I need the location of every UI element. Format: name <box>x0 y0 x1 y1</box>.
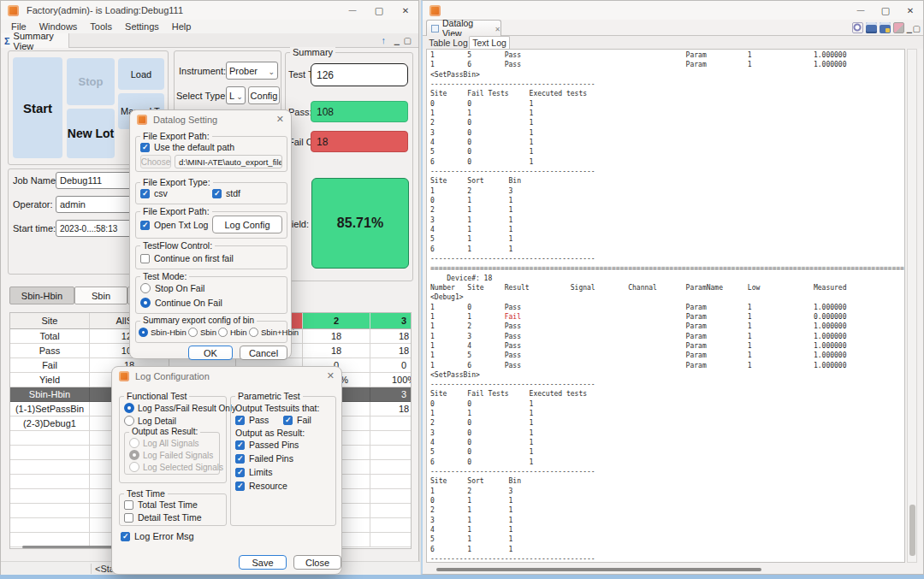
resource-option[interactable]: Resource <box>235 481 287 491</box>
tab-datalog-view[interactable]: Datalog View <box>426 20 501 36</box>
continue-first-fail-option[interactable]: Continue on first fail <box>140 253 234 263</box>
param-fail-option[interactable]: Fail <box>283 415 311 425</box>
bin-tab-sbin-hbin[interactable]: Sbin-Hbin <box>9 287 74 304</box>
vertical-scrollbar[interactable] <box>907 49 917 563</box>
radio-off-icon[interactable] <box>188 328 198 337</box>
tab-table-log[interactable]: Table Log <box>428 36 469 49</box>
output-testsuits-label: Output Testsuits that: <box>235 403 319 413</box>
bin-tab-sbin[interactable]: Sbin <box>74 287 127 304</box>
new-lot-button[interactable]: New Lot <box>67 109 115 158</box>
log-detail-option[interactable]: Log Detail <box>124 416 176 426</box>
radio-off-icon[interactable] <box>218 328 228 337</box>
checkbox-checked-icon[interactable] <box>235 440 245 450</box>
checkbox-unchecked-icon[interactable] <box>124 500 133 510</box>
bin-table-cell: 18 <box>370 344 412 358</box>
stop-button[interactable]: Stop <box>67 58 115 105</box>
tab-summary-view[interactable]: Summary View <box>1 33 69 48</box>
limits-option[interactable]: Limits <box>235 467 272 477</box>
cancel-button[interactable]: Cancel <box>240 346 287 360</box>
minimize-icon[interactable] <box>340 1 365 20</box>
menu-help[interactable]: Help <box>172 21 192 32</box>
detail-test-time-option[interactable]: Detail Test Time <box>124 512 202 523</box>
view-maximize-icon[interactable] <box>404 35 412 45</box>
load-button[interactable]: Load <box>118 58 164 90</box>
passed-pins-option[interactable]: Passed Pins <box>235 440 299 450</box>
view-maximize-icon[interactable] <box>913 23 921 33</box>
csv-option[interactable]: csv <box>140 188 168 198</box>
radio-off-icon[interactable] <box>249 328 258 337</box>
close-icon[interactable] <box>897 1 923 20</box>
choose-button[interactable]: Choose <box>140 155 171 168</box>
continue-on-fail-option[interactable]: Continue On Fail <box>140 298 222 308</box>
hbin-option[interactable]: Hbin <box>218 328 247 337</box>
radio-off-icon[interactable] <box>124 416 134 426</box>
radio-on-icon[interactable] <box>139 328 148 337</box>
use-default-path-option[interactable]: Use the default path <box>140 142 234 152</box>
ok-button[interactable]: OK <box>188 346 233 360</box>
close-icon[interactable]: ✕ <box>327 370 335 381</box>
sbin-hbin-option[interactable]: Sbin-Hbin <box>139 328 187 337</box>
start-time-field[interactable]: 2023-0...:58:13 <box>56 220 136 237</box>
sbin-option[interactable]: Sbin <box>188 328 216 337</box>
sbin-plus-hbin-option[interactable]: Sbin+Hbin <box>249 328 299 337</box>
fail-count-value: 18 <box>311 131 408 152</box>
up-arrow-icon[interactable] <box>382 35 387 45</box>
checkbox-checked-icon[interactable] <box>283 416 293 425</box>
job-name-field[interactable]: Debug111 <box>56 172 136 189</box>
log-line: Site Fail Tests Executed tests <box>430 389 904 399</box>
select-type-select[interactable]: L <box>226 86 246 104</box>
radio-off-icon[interactable] <box>140 283 151 293</box>
stop-on-fail-option[interactable]: Stop On Fail <box>140 283 204 293</box>
log-config-button[interactable]: Log Config <box>212 216 282 233</box>
tab-text-log[interactable]: Text Log <box>469 36 510 50</box>
magnifier-icon[interactable] <box>852 22 863 33</box>
param-pass-option[interactable]: Pass <box>235 415 269 425</box>
checkbox-unchecked-icon[interactable] <box>124 513 133 523</box>
close-icon[interactable]: ✕ <box>276 114 284 125</box>
checkbox-checked-icon[interactable] <box>235 454 245 464</box>
checkbox-checked-icon[interactable] <box>235 416 245 425</box>
checkbox-checked-icon[interactable] <box>140 221 150 230</box>
open-txt-log-option[interactable]: Open Txt Log <box>140 220 208 230</box>
log-line: 4 1 1 <box>430 225 904 234</box>
checkbox-checked-icon[interactable] <box>235 468 245 477</box>
config-button[interactable]: Config <box>248 86 280 104</box>
bin-table-cell: 18 <box>303 344 370 358</box>
tab-close-icon[interactable] <box>495 23 500 33</box>
close-button[interactable]: Close <box>293 555 341 570</box>
horizontal-scrollbar-thumb[interactable] <box>436 568 761 571</box>
maximize-icon[interactable] <box>873 1 898 20</box>
radio-on-icon[interactable] <box>140 298 151 308</box>
stdf-option[interactable]: stdf <box>212 188 240 198</box>
log-error-msg-option[interactable]: Log Error Msg <box>121 531 194 541</box>
view-minimize-icon[interactable] <box>394 35 400 45</box>
save-lock-icon[interactable] <box>880 22 891 33</box>
vertical-scrollbar-thumb[interactable] <box>909 505 915 556</box>
checkbox-checked-icon[interactable] <box>235 482 245 491</box>
minimize-icon[interactable] <box>848 1 874 20</box>
checkbox-checked-icon[interactable] <box>140 143 150 152</box>
checkbox-checked-icon[interactable] <box>140 189 150 198</box>
bin-table-cell: (1-1)SetPassBin <box>10 402 90 417</box>
checkbox-unchecked-icon[interactable] <box>140 254 150 263</box>
bin-table-cell <box>10 431 90 446</box>
radio-on-icon[interactable] <box>124 403 134 413</box>
log-passfail-option[interactable]: Log Pass/Fail Result Only <box>124 403 236 413</box>
menu-tools[interactable]: Tools <box>90 21 112 32</box>
total-test-time-option[interactable]: Total Test Time <box>124 499 198 510</box>
start-button[interactable]: Start <box>13 57 62 158</box>
maximize-icon[interactable] <box>366 1 392 20</box>
text-log-area[interactable]: 1 5 Pass Param 1 1.0000001 6 Pass Param … <box>426 49 905 563</box>
save-icon[interactable] <box>866 22 877 33</box>
checkbox-checked-icon[interactable] <box>212 189 222 198</box>
export-path-field[interactable]: d:\MINI-ATE\auto_export_files <box>175 155 282 168</box>
close-icon[interactable] <box>393 1 418 20</box>
menu-settings[interactable]: Settings <box>125 21 159 32</box>
failed-pins-option[interactable]: Failed Pins <box>235 453 293 464</box>
save-button[interactable]: Save <box>239 555 287 570</box>
checkbox-checked-icon[interactable] <box>121 532 130 541</box>
instrument-select[interactable]: Prober <box>226 62 278 80</box>
view-minimize-icon[interactable] <box>907 23 912 33</box>
clear-icon[interactable] <box>893 22 904 33</box>
operator-field[interactable]: admin <box>56 196 136 213</box>
